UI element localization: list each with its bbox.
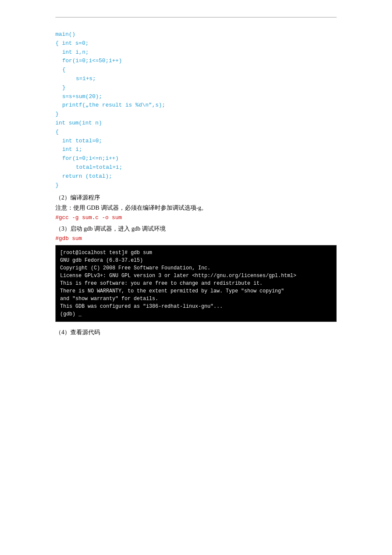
code-line-8: printf(„the result is %d\n”,s); xyxy=(55,101,337,110)
terminal-line-5: This is free software: you are free to c… xyxy=(60,280,332,287)
code-sum-line2: int i; xyxy=(55,145,337,154)
code-line-5: s=i+s; xyxy=(55,75,337,84)
code-line-6: } xyxy=(55,84,337,92)
top-divider xyxy=(55,17,337,17)
code-line-main: main() xyxy=(55,30,337,39)
code-block: main() { int s=0; int i,n; for(i=0;i<=50… xyxy=(55,30,337,190)
section2-cmd: #gcc -g sum.c -o sum xyxy=(55,214,337,221)
code-sum-line4: total=total+i; xyxy=(55,163,337,172)
code-sum-sig: int sum(int n) xyxy=(55,119,337,128)
terminal-line-8: This GDB was configured as "i386-redhat-… xyxy=(60,303,332,310)
code-line-1: { int s=0; xyxy=(55,39,337,48)
code-sum-close: } xyxy=(55,181,337,190)
main-content: main() { int s=0; int i,n; for(i=0;i<=50… xyxy=(55,30,337,336)
section2-label: （2）编译源程序 xyxy=(55,194,337,202)
terminal-line-2: GNU gdb Fedora (6.8-37.el5) xyxy=(60,257,332,264)
code-line-9: } xyxy=(55,110,337,119)
terminal-output: [root@localhost test]# gdb sum GNU gdb F… xyxy=(55,245,337,322)
section3-label: （3）启动 gdb 调试器，进入 gdb 调试环境 xyxy=(55,225,337,233)
code-sum-line3: for(i=0;i<=n;i++) xyxy=(55,154,337,163)
section2-note: 注意：使用 GDB 调试器，必须在编译时参加调试选项-g。 xyxy=(55,204,337,212)
code-line-4: { xyxy=(55,66,337,75)
code-sum-open: { xyxy=(55,128,337,137)
code-line-7: s=s+sum(20); xyxy=(55,92,337,101)
terminal-line-4: License GPLv3+: GNU GPL version 3 or lat… xyxy=(60,272,332,280)
terminal-line-6: There is NO WARRANTY, to the extent perm… xyxy=(60,287,332,295)
section4-label: （4）查看源代码 xyxy=(55,329,337,336)
section3-cmd: #gdb sum xyxy=(55,235,337,242)
terminal-line-9: (gdb) _ xyxy=(60,310,332,318)
code-line-3: for(i=0;i<=50;i++) xyxy=(55,57,337,66)
code-line-2: int i,n; xyxy=(55,48,337,57)
code-sum-line5: return (total); xyxy=(55,172,337,181)
terminal-line-3: Copyright (C) 2008 Free Software Foundat… xyxy=(60,264,332,272)
terminal-line-7: and "show warranty" for details. xyxy=(60,295,332,303)
terminal-line-1: [root@localhost test]# gdb sum xyxy=(60,249,332,257)
code-sum-line1: int total=0; xyxy=(55,137,337,146)
